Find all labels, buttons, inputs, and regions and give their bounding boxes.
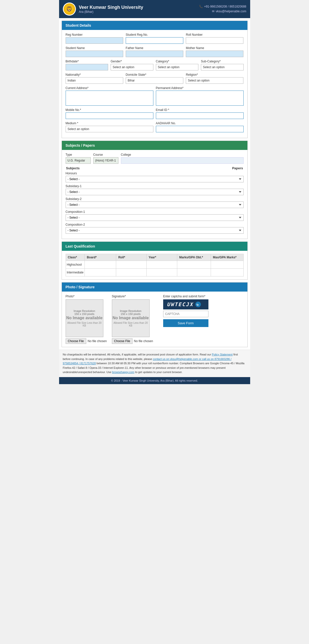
photo-choose-file-btn[interactable]: Choose File (66, 338, 86, 344)
subject-row-composition2: Composition-2 - Select - (66, 223, 244, 234)
subsidary1-select[interactable]: - Select - (66, 189, 244, 195)
religion-select[interactable]: Select an option Hindu Muslim Christian … (186, 77, 243, 84)
intermediate-max-marks (211, 269, 243, 276)
policy-link[interactable]: Policy Statement (212, 353, 233, 356)
gender-label: Gender* (111, 60, 153, 63)
group-subcategory: Sub-Category* Select an option (201, 60, 244, 70)
intermediate-year-input[interactable] (148, 270, 176, 275)
subjects-cols-header: Subjects Papers (66, 166, 244, 170)
highschool-year (147, 261, 177, 269)
birthdate-label: Birthdate* (66, 60, 108, 63)
subcategory-select[interactable]: Select an option (201, 64, 244, 70)
honours-select[interactable]: - Select - (66, 176, 244, 182)
roll-number-input[interactable] (186, 37, 243, 44)
captcha-label: Enter captcha and submit form* (163, 295, 208, 298)
sig-no-file: No file chosen (134, 339, 153, 343)
footer-text4: to get updates to your current browser. (135, 371, 182, 374)
subject-row-composition1: Composition-1 - Select - (66, 210, 244, 221)
photo-file-row: Choose File No file chosen (66, 338, 107, 344)
college-label: College (121, 153, 244, 156)
composition2-select[interactable]: - Select - (66, 227, 244, 234)
photo-header: Photo / Signature (62, 283, 247, 292)
browse-link[interactable]: browsehappy.com (112, 371, 134, 374)
subjects-title: Subjects / Papers (66, 143, 95, 147)
reg-number-label: Reg Number (66, 33, 123, 36)
logo-icon: 🦁 (64, 3, 75, 15)
highschool-roll-input[interactable] (117, 262, 145, 267)
honours-select-row: - Select - (66, 176, 244, 182)
group-father-name: Father Name (126, 46, 183, 57)
highschool-year-input[interactable] (148, 262, 176, 267)
header: 🦁 Veer Kunwar Singh University Ara (Biha… (59, 0, 250, 18)
header-email: vksu@helpenable.com (216, 9, 246, 14)
roll-number-label: Roll Number (186, 33, 243, 36)
col-class: Class* (66, 254, 85, 261)
subsidary1-label: Subsidary-1 (66, 184, 244, 188)
intermediate-max-input[interactable] (212, 270, 242, 275)
photo-group: Photo* Image Resolution 150 x 150 pixels… (66, 295, 107, 344)
aadhaar-label: AADHAAR No. (156, 122, 244, 125)
permanent-address-input[interactable] (156, 91, 244, 106)
category-select[interactable]: Select an option General OBC SC ST (156, 64, 199, 70)
domicile-label: Domicile State* (126, 73, 183, 76)
header-title: Veer Kunwar Singh University Ara (Bihar) (79, 5, 143, 14)
medium-select[interactable]: Select an option Hindi English (66, 126, 153, 132)
subsidary1-select-row: - Select - (66, 189, 244, 195)
captcha-refresh-btn[interactable]: ↻ (195, 302, 201, 307)
group-mother-name: Mother Name (186, 46, 243, 57)
email-input[interactable] (156, 112, 244, 119)
intermediate-marks-input[interactable] (178, 270, 210, 275)
group-medium: Medium * Select an option Hindi English (66, 122, 153, 132)
highschool-marks-input[interactable] (178, 262, 210, 267)
highschool-board (85, 261, 116, 269)
subsidary2-select[interactable]: - Select - (66, 202, 244, 208)
mobile-input[interactable] (66, 112, 153, 119)
highschool-max-input[interactable] (212, 262, 242, 267)
father-name-label: Father Name (126, 46, 183, 50)
signature-group: Signature* Image Resolution 150 x 150 pi… (112, 295, 153, 344)
email-icon: ✉ (212, 9, 214, 14)
phone-number: +91-9661566208 / 8651820688 (204, 4, 246, 9)
sig-file-size: Allowed File Size Less than 20 KB (112, 321, 149, 327)
gender-select[interactable]: Select an option Male Female Other (111, 64, 153, 70)
group-course: Course (Hons) YEAR-1 (93, 153, 118, 164)
domicile-select[interactable]: Bihar (126, 77, 183, 84)
birthdate-input[interactable] (66, 64, 108, 70)
reg-number-input[interactable] (66, 37, 123, 44)
qual-row-highschool: Highschool (66, 261, 243, 269)
current-address-input[interactable] (66, 91, 153, 106)
nationality-label: Nationality* (66, 73, 123, 76)
qualification-table: Class* Board* Roll* Year* Marks/GPA Obt.… (66, 254, 244, 276)
group-reg-number: Reg Number (66, 33, 123, 44)
subjects-body: Type U.G. Regular Course (Hons) YEAR-1 C… (62, 150, 247, 239)
subject-row-honours: Honours - Select - (66, 172, 244, 182)
current-address-label: Current Address* (66, 86, 153, 90)
student-name-input[interactable] (66, 51, 123, 57)
permanent-address-label: Permanent Address* (156, 86, 244, 90)
logo: 🦁 (63, 3, 76, 16)
intermediate-year (147, 269, 177, 276)
intermediate-board-input[interactable] (86, 270, 115, 275)
university-name: Veer Kunwar Singh University (79, 5, 143, 10)
phone-icon: 📞 (199, 4, 203, 9)
footer-text1: No chargebacks will be entertained. All … (63, 353, 211, 356)
qualification-title: Last Qualification (66, 244, 95, 248)
nationality-select[interactable]: Indian (66, 77, 123, 84)
student-reg-no-input[interactable] (126, 37, 183, 44)
composition1-select[interactable]: - Select - (66, 214, 244, 221)
save-form-button[interactable]: Save Form (163, 319, 208, 327)
photo-label: Photo* (66, 295, 75, 298)
row-names: Student Name Father Name Mother Name (66, 46, 244, 57)
intermediate-roll-input[interactable] (117, 270, 145, 275)
sig-choose-file-btn[interactable]: Choose File (112, 338, 133, 344)
captcha-input[interactable] (163, 311, 208, 317)
subjects-col-label: Subjects (66, 166, 213, 170)
mother-name-input[interactable] (186, 51, 243, 57)
highschool-board-input[interactable] (86, 262, 115, 267)
father-name-input[interactable] (126, 51, 183, 57)
qual-table-header-row: Class* Board* Roll* Year* Marks/GPA Obt.… (66, 254, 243, 261)
group-student-reg-no: Student Reg.No. (126, 33, 183, 44)
qualification-section: Last Qualification Class* Board* Roll* Y… (62, 242, 248, 280)
row-address: Current Address* Permanent Address* (66, 86, 244, 106)
aadhaar-input[interactable] (156, 126, 244, 132)
